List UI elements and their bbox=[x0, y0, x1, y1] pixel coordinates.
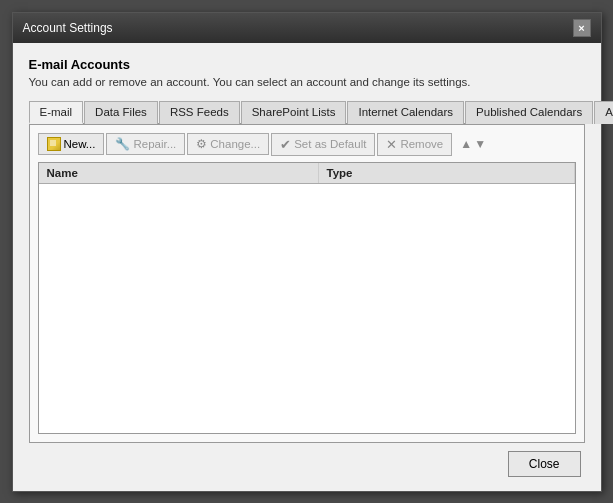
dialog-body: E-mail Accounts You can add or remove an… bbox=[13, 43, 601, 491]
table-header: Name Type bbox=[39, 163, 575, 184]
account-settings-dialog: Account Settings × E-mail Accounts You c… bbox=[12, 12, 602, 492]
close-button[interactable]: Close bbox=[508, 451, 581, 477]
move-down-icon[interactable]: ▼ bbox=[474, 137, 486, 151]
new-icon bbox=[47, 137, 61, 151]
move-up-icon[interactable]: ▲ bbox=[460, 137, 472, 151]
dialog-close-button[interactable]: × bbox=[573, 19, 591, 37]
change-button[interactable]: ⚙ Change... bbox=[187, 133, 269, 155]
toolbar: New... 🔧 Repair... ⚙ Change... ✔ Set as … bbox=[38, 133, 576, 156]
repair-icon: 🔧 bbox=[115, 137, 130, 151]
set-default-button[interactable]: ✔ Set as Default bbox=[271, 133, 375, 156]
remove-icon: ✕ bbox=[386, 137, 397, 152]
new-button[interactable]: New... bbox=[38, 133, 105, 155]
check-icon: ✔ bbox=[280, 137, 291, 152]
tab-internet-calendars[interactable]: Internet Calendars bbox=[347, 101, 464, 124]
dialog-footer: Close bbox=[29, 443, 585, 481]
tab-address-books[interactable]: Address Books bbox=[594, 101, 613, 124]
title-bar: Account Settings × bbox=[13, 13, 601, 43]
tab-published-calendars[interactable]: Published Calendars bbox=[465, 101, 593, 124]
change-icon: ⚙ bbox=[196, 137, 207, 151]
section-title: E-mail Accounts bbox=[29, 57, 585, 72]
tab-email[interactable]: E-mail bbox=[29, 101, 84, 124]
accounts-table: Name Type bbox=[38, 162, 576, 434]
tab-bar: E-mail Data Files RSS Feeds SharePoint L… bbox=[29, 100, 585, 125]
dialog-title: Account Settings bbox=[23, 21, 113, 35]
tab-content-email: New... 🔧 Repair... ⚙ Change... ✔ Set as … bbox=[29, 125, 585, 443]
table-body bbox=[39, 184, 575, 433]
section-description: You can add or remove an account. You ca… bbox=[29, 76, 585, 88]
tab-data-files[interactable]: Data Files bbox=[84, 101, 158, 124]
remove-button[interactable]: ✕ Remove bbox=[377, 133, 452, 156]
col-header-type: Type bbox=[319, 163, 575, 183]
tab-sharepoint-lists[interactable]: SharePoint Lists bbox=[241, 101, 347, 124]
repair-button[interactable]: 🔧 Repair... bbox=[106, 133, 185, 155]
tab-rss-feeds[interactable]: RSS Feeds bbox=[159, 101, 240, 124]
col-header-name: Name bbox=[39, 163, 319, 183]
